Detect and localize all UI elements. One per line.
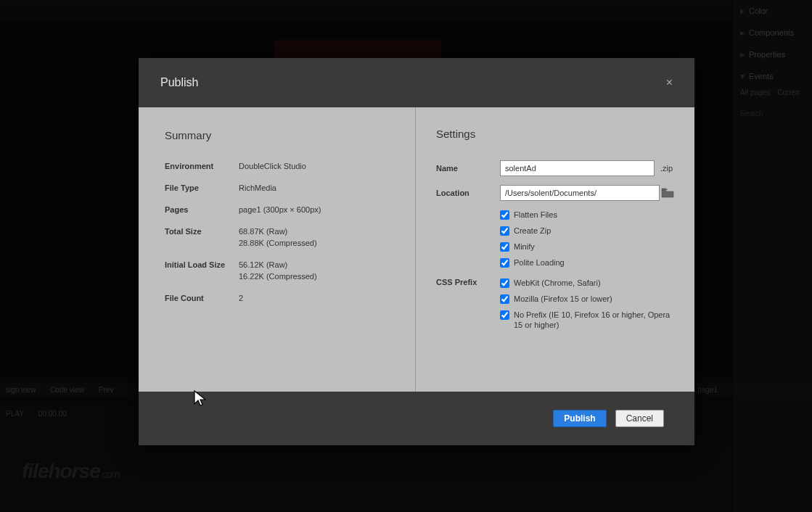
flatten-checkbox[interactable]: [500, 210, 509, 220]
name-input[interactable]: [500, 160, 655, 176]
webkit-checkbox[interactable]: [500, 278, 509, 288]
createzip-label: Create Zip: [514, 226, 551, 236]
minify-checkbox[interactable]: [500, 242, 509, 252]
noprefix-checkbox[interactable]: [500, 310, 509, 320]
flatten-label: Flatten Files: [514, 210, 557, 220]
dialog-title: Publish: [160, 76, 198, 89]
create-zip-option[interactable]: Create Zip: [500, 226, 674, 236]
pages-label: Pages: [165, 205, 239, 214]
summary-filecount: File Count 2: [165, 294, 389, 302]
publish-dialog: Publish × Summary Environment DoubleClic…: [139, 58, 694, 445]
folder-icon[interactable]: [661, 188, 674, 198]
noprefix-option[interactable]: No Prefix (IE 10, Firefox 16 or higher, …: [500, 310, 673, 330]
polite-checkbox[interactable]: [500, 258, 509, 268]
summary-filetype: File Type RichMedia: [165, 183, 389, 192]
filetype-label: File Type: [165, 183, 239, 192]
flatten-files-option[interactable]: Flatten Files: [500, 210, 674, 220]
css-prefix-row: CSS Prefix WebKit (Chrome, Safari) Mozil…: [436, 278, 674, 336]
summary-initialsize: Initial Load Size 56.12K (Raw) 16.22K (C…: [165, 260, 389, 281]
mozilla-option[interactable]: Mozilla (Firefox 15 or lower): [500, 294, 673, 304]
setting-name-row: Name .zip: [436, 160, 674, 176]
environment-label: Environment: [165, 162, 239, 170]
mouse-cursor: [193, 389, 209, 408]
minify-label: Minify: [514, 241, 535, 252]
polite-loading-option[interactable]: Polite Loading: [500, 257, 674, 268]
polite-label: Polite Loading: [514, 257, 565, 268]
createzip-checkbox[interactable]: [500, 226, 509, 236]
dialog-footer: Publish Cancel: [139, 392, 694, 445]
totalsize-label: Total Size: [165, 227, 239, 247]
mozilla-checkbox[interactable]: [500, 294, 509, 304]
cancel-button[interactable]: Cancel: [615, 410, 664, 427]
initial-label: Initial Load Size: [165, 260, 239, 281]
settings-heading: Settings: [436, 128, 674, 140]
webkit-label: WebKit (Chrome, Safari): [514, 278, 601, 288]
name-extension: .zip: [656, 164, 674, 173]
initial-raw: 56.12K (Raw): [239, 260, 287, 269]
location-label: Location: [436, 189, 500, 197]
publish-button[interactable]: Publish: [553, 410, 606, 427]
output-options-group: Flatten Files Create Zip Minify Polite L…: [500, 210, 674, 268]
settings-column: Settings Name .zip Location: [416, 107, 694, 392]
initial-compressed: 16.22K (Compressed): [239, 272, 317, 281]
name-label: Name: [436, 164, 500, 173]
filecount-label: File Count: [165, 294, 239, 302]
summary-environment: Environment DoubleClick Studio: [165, 162, 389, 170]
filecount-value: 2: [239, 294, 243, 302]
setting-location-row: Location: [436, 185, 674, 201]
location-input[interactable]: [500, 185, 660, 201]
summary-column: Summary Environment DoubleClick Studio F…: [139, 107, 416, 392]
css-prefix-label: CSS Prefix: [436, 278, 500, 286]
summary-pages: Pages page1 (300px × 600px): [165, 205, 389, 214]
close-icon[interactable]: ×: [666, 76, 673, 89]
dialog-header: Publish ×: [139, 58, 694, 107]
totalsize-raw: 68.87K (Raw): [239, 227, 287, 236]
filetype-value: RichMedia: [239, 183, 276, 192]
totalsize-compressed: 28.88K (Compressed): [239, 239, 317, 247]
webkit-option[interactable]: WebKit (Chrome, Safari): [500, 278, 673, 288]
minify-option[interactable]: Minify: [500, 241, 674, 252]
mozilla-label: Mozilla (Firefox 15 or lower): [514, 294, 612, 304]
pages-value: page1 (300px × 600px): [239, 205, 321, 214]
noprefix-label: No Prefix (IE 10, Firefox 16 or higher, …: [514, 310, 673, 330]
environment-value: DoubleClick Studio: [239, 162, 306, 170]
summary-totalsize: Total Size 68.87K (Raw) 28.88K (Compress…: [165, 227, 389, 247]
summary-heading: Summary: [165, 129, 389, 141]
